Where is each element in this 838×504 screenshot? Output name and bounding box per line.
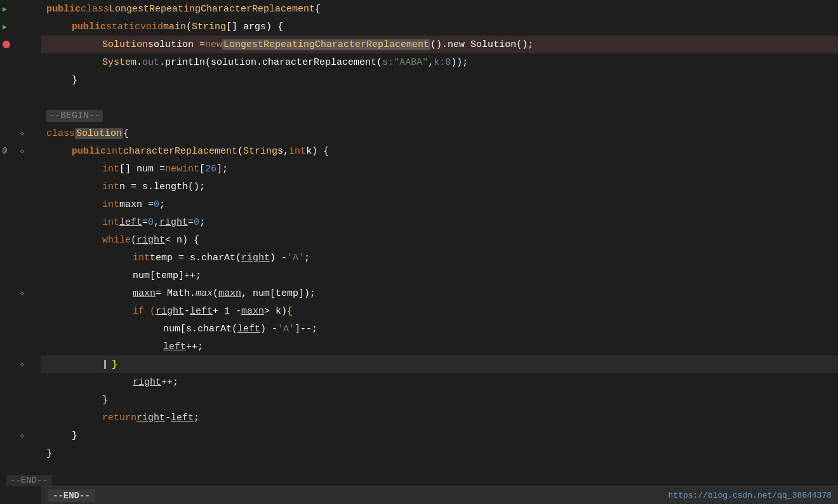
token: return — [102, 413, 136, 423]
gutter-line-24 — [0, 409, 41, 427]
token: maxn — [133, 288, 156, 299]
code-line-13: int left = 0, right = 0; — [41, 213, 838, 231]
code-line-20: left++; — [41, 338, 838, 355]
gutter-line-18 — [0, 302, 41, 320]
token: void — [140, 22, 163, 32]
begin-label: --END-- — [48, 489, 95, 502]
token: s: — [382, 57, 394, 68]
gutter-line-5 — [0, 71, 41, 89]
token: 'A' — [277, 324, 295, 335]
token: characterReplacement — [123, 146, 237, 157]
token: LongestRepeatingCharacterReplacement — [222, 39, 430, 50]
token: 0 — [194, 217, 199, 228]
gutter-line-25: ◇ — [0, 427, 41, 444]
token: new — [205, 39, 222, 50]
token: maxn — [241, 306, 264, 317]
token: right — [156, 306, 184, 317]
code-line-19: num[s.charAt(left) - 'A']--; — [41, 320, 838, 338]
token: num[s.charAt( — [163, 324, 237, 335]
token: { — [287, 306, 293, 317]
token: out — [142, 57, 159, 68]
token: } — [72, 430, 77, 441]
breakpoint-icon — [3, 41, 10, 48]
token: + 1 - — [213, 306, 241, 317]
gutter-line-10 — [0, 160, 41, 178]
token: left — [119, 217, 142, 228]
diamond-icon-17: ◇ — [20, 289, 24, 297]
token: int — [102, 217, 119, 228]
token: ( — [237, 146, 243, 157]
code-line-12: int maxn = 0; — [41, 196, 838, 213]
code-line-23: } — [41, 391, 838, 409]
token: ; — [304, 253, 310, 263]
token: - — [184, 306, 190, 317]
token: public — [46, 4, 81, 15]
diamond-icon-8: ◇ — [20, 129, 24, 137]
token: ; — [194, 413, 199, 423]
code-line-17: maxn = Math.max(maxn, num[temp]); — [41, 284, 838, 302]
token: Solution — [75, 128, 123, 139]
token: right — [136, 413, 165, 423]
token: class — [46, 128, 75, 139]
token: left — [171, 413, 194, 423]
token: public — [72, 22, 106, 32]
code-line-11: int n = s.length(); — [41, 178, 838, 196]
gutter-line-13 — [0, 213, 41, 231]
bottom-bar: --END-- https://blog.csdn.net/qq_3864437… — [41, 486, 838, 504]
code-line-7: --BEGIN-- — [41, 107, 838, 124]
line-gutter: ▶ ▶ ◇ @ ◇ ◇ ◇ — [0, 0, 41, 504]
pipe-cursor: | — [102, 359, 108, 370]
token: . — [136, 57, 142, 68]
code-line-15: int temp = s.charAt(right) - 'A'; — [41, 249, 838, 267]
code-editor: ▶ ▶ ◇ @ ◇ ◇ ◇ — [0, 0, 838, 504]
token: int — [182, 164, 199, 175]
token: k) { — [306, 146, 329, 157]
token: } — [46, 448, 52, 459]
token: [] args) { — [226, 22, 283, 32]
code-line-25: } — [41, 427, 838, 444]
token: 0 — [154, 199, 159, 210]
gutter-line-11 — [0, 178, 41, 196]
token: { — [315, 4, 321, 15]
gutter-line-19 — [0, 320, 41, 338]
code-line-21: |} — [41, 355, 838, 373]
token: k: — [434, 57, 445, 68]
token: int — [102, 182, 119, 192]
token: String — [192, 22, 226, 32]
code-line-2: public static void main(String[] args) { — [41, 18, 838, 36]
gutter-line-12 — [0, 196, 41, 213]
token: ( — [213, 288, 218, 299]
token: right — [159, 217, 188, 228]
token: 0 — [445, 57, 451, 68]
token: int — [102, 199, 119, 210]
token: )); — [451, 57, 468, 68]
play-icon-2: ▶ — [3, 22, 7, 32]
token: num[temp]++; — [133, 270, 201, 281]
code-line-3: Solution solution = new LongestRepeating… — [41, 36, 838, 53]
token: ( — [186, 22, 192, 32]
token: left — [190, 306, 213, 317]
token: solution = — [148, 39, 205, 50]
token: public — [72, 146, 106, 157]
gutter-line-22 — [0, 373, 41, 391]
code-line-16: num[temp]++; — [41, 267, 838, 284]
token: ; — [159, 199, 165, 210]
token: maxn — [218, 288, 241, 299]
gutter-line-9: @ ◇ — [0, 142, 41, 160]
at-icon-9: @ — [3, 147, 7, 156]
gutter-line-26 — [0, 444, 41, 462]
code-line-6 — [41, 89, 838, 107]
token: = Math. — [156, 288, 196, 299]
token: { — [123, 128, 129, 139]
token: right — [241, 253, 270, 263]
token: static — [106, 22, 140, 32]
token: ++; — [161, 377, 178, 388]
gutter-line-20 — [0, 338, 41, 355]
token: < n) { — [165, 235, 199, 246]
diamond-icon-21: ◇ — [20, 361, 24, 368]
token: , — [428, 57, 434, 68]
gutter-line-23 — [0, 391, 41, 409]
gutter-line-8: ◇ — [0, 124, 41, 142]
token: ++; — [186, 342, 203, 352]
token: left — [237, 324, 260, 335]
